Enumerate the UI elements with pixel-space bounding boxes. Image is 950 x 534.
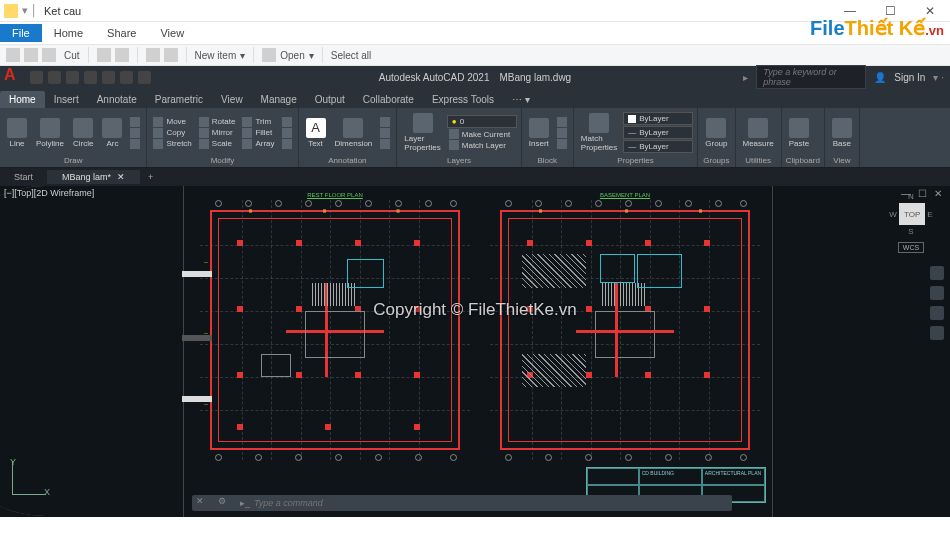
viewport-label[interactable]: [−][Top][2D Wireframe]: [4, 188, 94, 198]
anno-extra[interactable]: [378, 139, 392, 149]
properties-icon[interactable]: [262, 48, 276, 62]
leader-button[interactable]: [378, 117, 392, 127]
ribbon-tab-manage[interactable]: Manage: [252, 91, 306, 108]
command-input[interactable]: [254, 498, 732, 508]
scale-button[interactable]: Scale: [197, 139, 238, 149]
new-tab-button[interactable]: +: [140, 172, 161, 182]
vp-minimize-icon[interactable]: —: [900, 188, 912, 198]
measure-button[interactable]: Measure: [740, 117, 777, 149]
explorer-tab-home[interactable]: Home: [42, 24, 95, 42]
minimize-button[interactable]: —: [830, 0, 870, 22]
qat-new-icon[interactable]: [30, 71, 43, 84]
qat-saveas-icon[interactable]: [84, 71, 97, 84]
block-create[interactable]: [555, 117, 569, 127]
delete-icon[interactable]: [146, 48, 160, 62]
modify-extra2[interactable]: [280, 128, 294, 138]
qat-undo-icon[interactable]: [120, 71, 133, 84]
dimension-button[interactable]: Dimension: [332, 117, 376, 149]
explorer-tab-share[interactable]: Share: [95, 24, 148, 42]
color-combo[interactable]: ByLayer: [623, 112, 693, 125]
insert-button[interactable]: Insert: [526, 117, 552, 149]
explorer-tab-view[interactable]: View: [148, 24, 196, 42]
new-item-label[interactable]: New item: [195, 50, 237, 61]
draw-extra3[interactable]: [128, 139, 142, 149]
arc-button[interactable]: Arc: [99, 117, 125, 149]
copy-icon[interactable]: [24, 48, 38, 62]
nav-zoom-icon[interactable]: [930, 306, 944, 320]
explorer-tab-file[interactable]: File: [0, 24, 42, 42]
cut-label[interactable]: Cut: [64, 50, 80, 61]
copy-to-icon[interactable]: [115, 48, 129, 62]
command-line[interactable]: ✕ ⚙ ▸_: [192, 495, 732, 511]
viewcube[interactable]: N W TOP E S WCS: [882, 192, 940, 253]
vp-maximize-icon[interactable]: ☐: [916, 188, 928, 198]
group-button[interactable]: Group: [702, 117, 730, 149]
nav-wheel-icon[interactable]: [930, 266, 944, 280]
close-button[interactable]: ✕: [910, 0, 950, 22]
layer-combo[interactable]: ●0: [447, 115, 517, 128]
circle-button[interactable]: Circle: [70, 117, 96, 149]
ribbon-tab-insert[interactable]: Insert: [45, 91, 88, 108]
ribbon-tab-home[interactable]: Home: [0, 91, 45, 108]
copy-button[interactable]: Copy: [151, 128, 193, 138]
trim-button[interactable]: Trim: [240, 117, 276, 127]
linetype-combo[interactable]: —ByLayer: [623, 140, 693, 153]
cmd-customize-icon[interactable]: ⚙: [218, 496, 232, 510]
paste-button[interactable]: Paste: [786, 117, 812, 149]
acad-search-input[interactable]: Type a keyword or phrase: [756, 65, 866, 89]
lineweight-combo[interactable]: —ByLayer: [623, 126, 693, 139]
wcs-badge[interactable]: WCS: [898, 242, 924, 253]
maximize-button[interactable]: ☐: [870, 0, 910, 22]
qat-save-icon[interactable]: [66, 71, 79, 84]
match-layer-button[interactable]: Match Layer: [447, 140, 517, 150]
ribbon-tab-collaborate[interactable]: Collaborate: [354, 91, 423, 108]
user-icon[interactable]: 👤: [874, 72, 886, 83]
ribbon-tab-view[interactable]: View: [212, 91, 252, 108]
text-button[interactable]: AText: [303, 117, 329, 149]
autocad-logo-icon[interactable]: [4, 68, 22, 86]
drawing-area[interactable]: [−][Top][2D Wireframe] — ☐ ✕ REST FLOOR …: [0, 186, 950, 517]
qat-redo-icon[interactable]: [138, 71, 151, 84]
ribbon-tab-annotate[interactable]: Annotate: [88, 91, 146, 108]
pin-icon[interactable]: [6, 48, 20, 62]
stretch-button[interactable]: Stretch: [151, 139, 193, 149]
move-to-icon[interactable]: [97, 48, 111, 62]
doc-tab-start[interactable]: Start: [0, 170, 48, 184]
draw-extra1[interactable]: [128, 117, 142, 127]
move-button[interactable]: Move: [151, 117, 193, 127]
match-properties-button[interactable]: Match Properties: [578, 112, 620, 153]
mirror-button[interactable]: Mirror: [197, 128, 238, 138]
doc-tab-active[interactable]: MBang lam*✕: [48, 170, 140, 184]
rotate-button[interactable]: Rotate: [197, 117, 238, 127]
qat-open-icon[interactable]: [48, 71, 61, 84]
table-button[interactable]: [378, 128, 392, 138]
tab-close-icon[interactable]: ✕: [117, 172, 125, 182]
nav-orbit-icon[interactable]: [930, 326, 944, 340]
qat-plot-icon[interactable]: [102, 71, 115, 84]
select-all-label[interactable]: Select all: [331, 50, 372, 61]
ribbon-tab-parametric[interactable]: Parametric: [146, 91, 212, 108]
paste-icon[interactable]: [42, 48, 56, 62]
sign-in-label[interactable]: Sign In: [894, 72, 925, 83]
line-button[interactable]: Line: [4, 117, 30, 149]
base-button[interactable]: Base: [829, 117, 855, 149]
fillet-button[interactable]: Fillet: [240, 128, 276, 138]
block-attr[interactable]: [555, 139, 569, 149]
ribbon-tab-output[interactable]: Output: [306, 91, 354, 108]
modify-extra3[interactable]: [280, 139, 294, 149]
ribbon-tab-express[interactable]: Express Tools: [423, 91, 503, 108]
vp-close-icon[interactable]: ✕: [932, 188, 944, 198]
block-edit[interactable]: [555, 128, 569, 138]
nav-pan-icon[interactable]: [930, 286, 944, 300]
viewcube-top[interactable]: TOP: [899, 203, 925, 225]
array-button[interactable]: Array: [240, 139, 276, 149]
ribbon-tab-extra[interactable]: ⋯ ▾: [503, 91, 539, 108]
modify-extra1[interactable]: [280, 117, 294, 127]
layer-properties-button[interactable]: Layer Properties: [401, 112, 443, 153]
polyline-button[interactable]: Polyline: [33, 117, 67, 149]
cmd-close-icon[interactable]: ✕: [196, 496, 210, 510]
ucs-icon[interactable]: Y X: [10, 457, 50, 497]
draw-extra2[interactable]: [128, 128, 142, 138]
open-label[interactable]: Open: [280, 50, 304, 61]
make-current-button[interactable]: Make Current: [447, 129, 517, 139]
